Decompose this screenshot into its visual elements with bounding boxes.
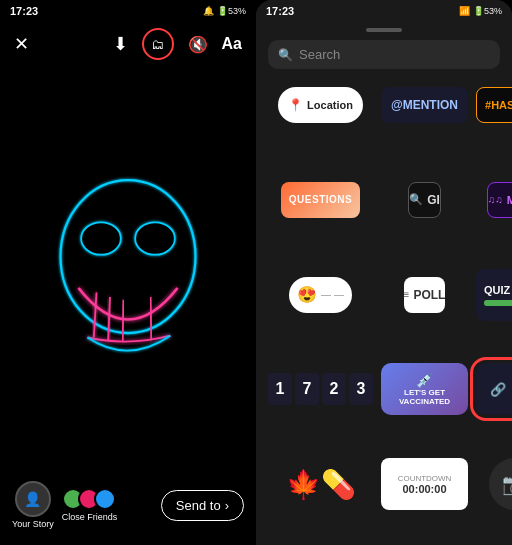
music-label: MUSIC (507, 194, 512, 206)
battery-icon-right: 🔋53% (473, 6, 502, 16)
mask-image (38, 170, 218, 370)
camera-icon: 📷 (502, 472, 512, 496)
questions-label: QUESTIONS (289, 194, 352, 205)
top-bar-left: ✕ ⬇ 🗂 🔇 Aa (0, 22, 256, 66)
notification-icon: 🔔 (203, 6, 214, 16)
sticker-vaccinated[interactable]: 💉 LET'S GETVACCINATED (381, 363, 468, 415)
location-pin-icon: 📍 (288, 98, 303, 112)
cf-avatar-3 (94, 488, 116, 510)
quiz-progress-fill (484, 300, 512, 306)
svg-line-5 (123, 299, 124, 341)
drag-handle[interactable] (366, 28, 402, 32)
sticker-link[interactable]: 🔗 LINK (476, 363, 512, 415)
poll-label: POLL (413, 288, 445, 302)
sticker-icon: 🗂 (151, 37, 164, 52)
status-bar-right: 17:23 📶 🔋53% (256, 0, 512, 22)
sticker-grid: 📍 Location @MENTION #HASHTAG QUESTIONS (256, 79, 512, 545)
countdown-label: COUNTDOWN (398, 474, 452, 483)
sticker-leaf[interactable]: 🍁💊 (268, 458, 373, 510)
count-digit-4: 3 (349, 373, 373, 405)
sticker-gif[interactable]: 🔍 GI (381, 174, 468, 226)
sticker-button[interactable]: 🗂 (142, 28, 174, 60)
count-digit-3: 2 (322, 373, 346, 405)
gif-label: GI (427, 193, 440, 207)
sticker-camera[interactable]: 📷 (476, 458, 512, 510)
count-digit-2: 7 (295, 373, 319, 405)
top-bar-center: ⬇ 🗂 🔇 Aa (113, 28, 242, 60)
status-icons-left: 🔔 🔋53% (203, 6, 246, 16)
count-digit-1: 1 (268, 373, 292, 405)
sticker-music[interactable]: ♫♫ MUSIC (476, 174, 512, 226)
countdown-timer: 00:00:00 (402, 483, 446, 495)
svg-point-2 (135, 222, 175, 254)
download-button[interactable]: ⬇ (113, 33, 128, 55)
sticker-mention[interactable]: @MENTION (381, 79, 468, 131)
status-icons-right: 📶 🔋53% (459, 6, 502, 16)
bottom-bar-left: 👤 Your Story Close Friends Send to › (0, 473, 256, 545)
vaccinated-label: LET'S GETVACCINATED (399, 388, 450, 407)
send-to-arrow: › (225, 498, 229, 513)
sticker-countdown-digits[interactable]: 1 7 2 3 (268, 363, 373, 415)
location-label: Location (307, 99, 353, 111)
quiz-progress-bg (484, 300, 512, 306)
close-button[interactable]: ✕ (14, 33, 29, 55)
audio-icon[interactable]: 🔇 (188, 35, 208, 54)
link-chain-icon: 🔗 (490, 382, 506, 397)
your-story-label: Your Story (12, 519, 54, 529)
sticker-quiz[interactable]: QUIZ (476, 269, 512, 321)
close-friends-avatars (62, 488, 116, 510)
left-panel: 17:23 🔔 🔋53% ✕ ⬇ 🗂 🔇 Aa (0, 0, 256, 545)
sticker-poll[interactable]: ≡ POLL (381, 269, 468, 321)
svg-point-1 (81, 222, 121, 254)
sticker-emoji-slider[interactable]: 😍 — — (268, 269, 373, 321)
story-options: 👤 Your Story Close Friends (12, 481, 117, 529)
gif-search-icon: 🔍 (409, 193, 423, 206)
status-time-right: 17:23 (266, 5, 294, 17)
quiz-label: QUIZ (484, 284, 512, 296)
status-bar-left: 17:23 🔔 🔋53% (0, 0, 256, 22)
status-time-left: 17:23 (10, 5, 38, 17)
your-story-option[interactable]: 👤 Your Story (12, 481, 54, 529)
music-bars-icon: ♫♫ (488, 194, 503, 205)
sticker-hashtag[interactable]: #HASHTAG (476, 79, 512, 131)
battery-icon: 🔋53% (217, 6, 246, 16)
search-bar[interactable]: 🔍 Search (268, 40, 500, 69)
close-friends-label: Close Friends (62, 512, 118, 522)
vaccine-emoji: 💉 (416, 372, 433, 388)
mention-label: @MENTION (391, 98, 458, 112)
emoji-dots: — — (321, 289, 344, 300)
sticker-location[interactable]: 📍 Location (268, 79, 373, 131)
send-to-button[interactable]: Send to › (161, 490, 244, 521)
search-icon: 🔍 (278, 48, 293, 62)
emoji-icon: 😍 (297, 285, 317, 304)
sticker-countdown-rect[interactable]: COUNTDOWN 00:00:00 (381, 458, 468, 510)
close-friends-option[interactable]: Close Friends (62, 488, 118, 522)
sticker-questions[interactable]: QUESTIONS (268, 174, 373, 226)
poll-icon: ≡ (404, 289, 410, 300)
search-input[interactable]: Search (299, 47, 340, 62)
svg-line-7 (151, 297, 152, 340)
svg-line-3 (94, 292, 97, 337)
text-button[interactable]: Aa (222, 35, 242, 53)
svg-line-4 (108, 297, 110, 340)
send-to-label: Send to (176, 498, 221, 513)
svg-point-0 (61, 180, 196, 333)
hashtag-label: #HASHTAG (485, 99, 512, 111)
right-panel: 17:23 📶 🔋53% 🔍 Search 📍 Location @MENTIO… (256, 0, 512, 545)
mask-area (0, 66, 256, 473)
leaf-icon: 🍁💊 (286, 468, 356, 501)
your-story-avatar: 👤 (15, 481, 51, 517)
wifi-icon: 📶 (459, 6, 470, 16)
